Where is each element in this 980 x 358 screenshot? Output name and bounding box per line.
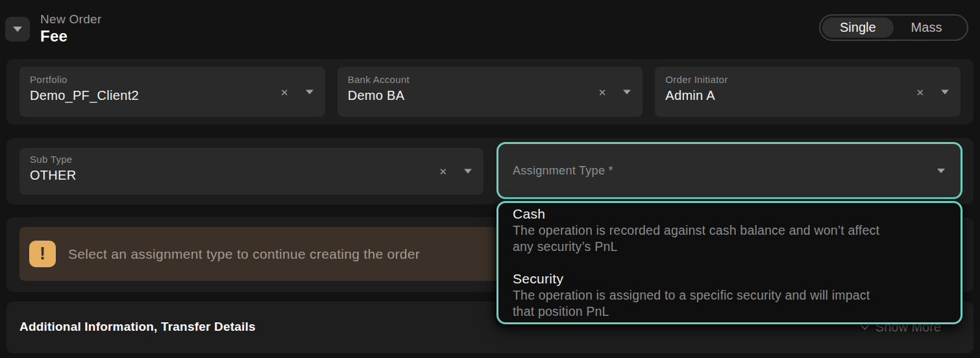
order-type-panel: Sub Type OTHER Assignment Type * — [6, 138, 974, 204]
sub-type-select[interactable]: Sub Type OTHER — [19, 148, 484, 195]
bank-account-select[interactable]: Bank Account Demo BA — [337, 67, 643, 117]
order-parties-panel: Portfolio Demo_PF_Client2 Bank Account D… — [6, 59, 974, 125]
field-icons — [439, 167, 472, 176]
new-order-page: New Order Fee Single Mass Portfolio Demo… — [0, 0, 980, 358]
collapse-panel-button[interactable] — [5, 17, 30, 42]
toggle-option-mass[interactable]: Mass — [894, 18, 960, 38]
warning-message: Select an assignment type to continue cr… — [68, 246, 420, 262]
option-title: Cash — [513, 206, 946, 222]
assignment-type-dropdown: Cash The operation is recorded against c… — [496, 201, 962, 324]
field-value: Admin A — [665, 88, 950, 103]
chevron-down-icon[interactable] — [937, 169, 945, 173]
order-initiator-select[interactable]: Order Initiator Admin A — [655, 67, 961, 117]
field-label: Sub Type — [30, 154, 473, 165]
clear-icon[interactable] — [439, 167, 447, 176]
field-label: Portfolio — [30, 74, 315, 85]
clear-icon[interactable] — [916, 87, 924, 97]
clear-icon[interactable] — [598, 87, 607, 97]
field-icons — [916, 87, 949, 97]
field-value: Demo_PF_Client2 — [30, 88, 315, 103]
portfolio-select[interactable]: Portfolio Demo_PF_Client2 — [19, 67, 325, 117]
chevron-down-icon[interactable] — [464, 169, 472, 174]
option-description: The operation is assigned to a specific … — [513, 287, 889, 320]
option-description: The operation is recorded against cash b… — [513, 222, 889, 255]
exclamation-icon — [29, 241, 56, 267]
clear-icon[interactable] — [280, 87, 289, 97]
page-title: Fee — [40, 27, 67, 45]
option-title: Security — [513, 270, 946, 287]
toggle-option-single[interactable]: Single — [822, 18, 894, 38]
field-label: Bank Account — [348, 74, 633, 85]
field-value: OTHER — [30, 168, 473, 183]
assignment-type-select[interactable]: Assignment Type * — [496, 142, 962, 199]
field-value: Demo BA — [348, 88, 633, 103]
chevron-down-icon[interactable] — [941, 90, 949, 94]
field-label: Order Initiator — [665, 74, 950, 85]
dropdown-option-security[interactable]: Security The operation is assigned to a … — [513, 270, 946, 320]
chevron-down-icon[interactable] — [306, 90, 313, 94]
section-title: Additional Information, Transfer Details — [19, 320, 256, 334]
chevron-down-icon[interactable] — [623, 90, 631, 94]
field-icons — [598, 87, 631, 97]
field-placeholder: Assignment Type * — [513, 164, 613, 178]
mode-toggle: Single Mass — [819, 14, 968, 41]
chevron-down-icon — [13, 27, 22, 32]
dropdown-option-cash[interactable]: Cash The operation is recorded against c… — [513, 206, 946, 255]
order-type-label: New Order — [40, 12, 102, 27]
field-icons — [280, 87, 313, 97]
